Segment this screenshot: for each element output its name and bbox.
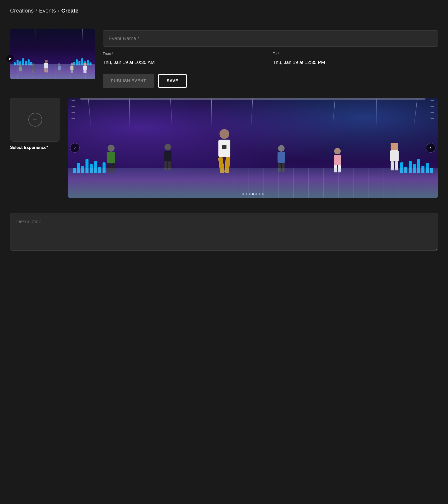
thumbnail-nav-left[interactable]: ▶	[6, 55, 14, 62]
select-experience-button[interactable]: +	[10, 98, 60, 142]
to-label: To *	[273, 52, 438, 56]
experience-section: + Select Experience*	[10, 98, 438, 198]
breadcrumb: Creations / Events / Create	[10, 8, 438, 14]
dance-scene-small	[10, 29, 95, 79]
carousel-dot[interactable]	[242, 193, 244, 195]
select-experience-container: + Select Experience*	[10, 98, 60, 198]
thumbnail-container: ▶	[10, 29, 95, 88]
carousel-dot[interactable]	[249, 193, 250, 195]
description-section	[10, 213, 438, 252]
large-image-nav-right[interactable]: ›	[426, 143, 435, 153]
select-experience-label: Select Experience*	[10, 145, 60, 150]
event-name-input[interactable]	[103, 30, 438, 47]
date-row: From * To *	[103, 52, 438, 68]
carousel-dot[interactable]	[262, 193, 263, 195]
to-date-field: To *	[273, 52, 438, 68]
from-date-field: From *	[103, 52, 268, 68]
breadcrumb-sep-2: /	[58, 8, 59, 14]
thumbnail-image	[10, 29, 95, 79]
chevron-left-icon: ‹	[74, 145, 76, 151]
main-content-row: ▶ From * To * PUBLISH EVENT SAVE	[10, 29, 438, 88]
large-image-container: ‹ ›	[68, 98, 438, 198]
carousel-dot[interactable]	[245, 193, 247, 195]
save-button[interactable]: SAVE	[158, 74, 187, 88]
large-dance-scene	[68, 98, 438, 198]
breadcrumb-creations[interactable]: Creations	[10, 8, 34, 14]
description-textarea[interactable]	[10, 213, 438, 251]
from-date-input[interactable]	[103, 57, 268, 68]
action-buttons: PUBLISH EVENT SAVE	[103, 74, 438, 88]
breadcrumb-sep-1: /	[36, 8, 37, 14]
breadcrumb-current: Create	[61, 8, 78, 14]
image-carousel-dots	[242, 193, 263, 195]
page-container: Creations / Events / Create	[0, 0, 448, 259]
publish-event-button[interactable]: PUBLISH EVENT	[103, 74, 154, 88]
carousel-dot[interactable]	[255, 193, 257, 195]
add-experience-icon: +	[28, 113, 42, 127]
breadcrumb-events[interactable]: Events	[39, 8, 56, 14]
form-area: From * To * PUBLISH EVENT SAVE	[103, 29, 438, 88]
large-preview-image	[68, 98, 438, 198]
from-label: From *	[103, 52, 268, 56]
carousel-dot[interactable]	[258, 193, 260, 195]
stage-lights	[68, 98, 438, 128]
large-image-nav-left[interactable]: ‹	[70, 143, 80, 153]
carousel-dot-active[interactable]	[252, 193, 254, 195]
chevron-right-icon: ›	[430, 145, 431, 151]
to-date-input[interactable]	[273, 57, 438, 68]
